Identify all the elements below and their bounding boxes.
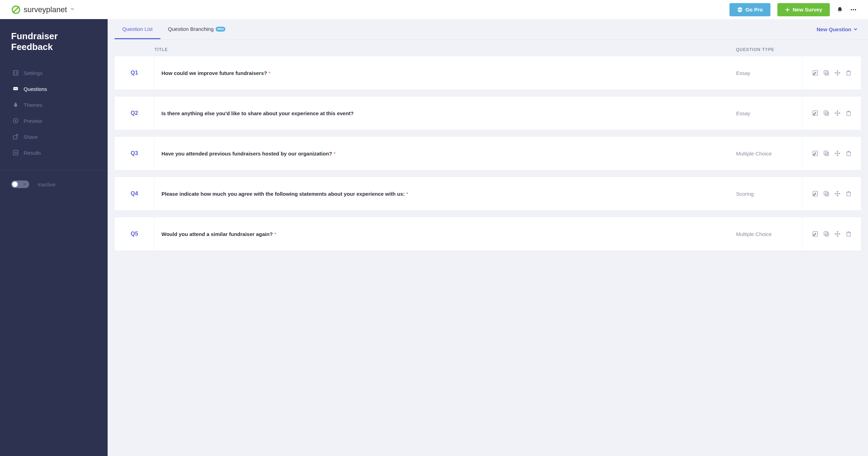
column-title: TITLE bbox=[155, 47, 736, 52]
tab-label: Question List bbox=[122, 26, 153, 32]
question-type: Multiple Choice bbox=[736, 217, 802, 251]
sidebar-nav: Settings Questions Themes Preview Share … bbox=[0, 61, 108, 161]
delete-icon[interactable] bbox=[845, 191, 852, 197]
chevron-down-icon bbox=[853, 27, 858, 31]
share-icon bbox=[12, 134, 19, 140]
column-type: QUESTION TYPE bbox=[736, 47, 802, 52]
question-row[interactable]: Q1 How could we improve future fundraise… bbox=[115, 56, 861, 90]
delete-icon[interactable] bbox=[845, 110, 852, 116]
move-icon[interactable] bbox=[834, 231, 841, 237]
question-title: Is there anything else you'd like to sha… bbox=[155, 96, 736, 130]
duplicate-icon[interactable] bbox=[823, 191, 829, 197]
settings-icon bbox=[12, 70, 19, 76]
edit-icon[interactable] bbox=[812, 110, 818, 116]
sidebar-item-label: Results bbox=[24, 150, 41, 156]
duplicate-icon[interactable] bbox=[823, 150, 829, 157]
sidebar-item-themes[interactable]: Themes bbox=[0, 97, 108, 113]
notifications-icon[interactable] bbox=[837, 7, 843, 13]
edit-icon[interactable] bbox=[812, 231, 818, 237]
questions-icon bbox=[12, 86, 19, 92]
sidebar-item-share[interactable]: Share bbox=[0, 129, 108, 145]
question-actions bbox=[802, 217, 861, 251]
question-type: Scoring bbox=[736, 177, 802, 210]
top-bar: surveyplanet™ PRO Go Pro New Survey bbox=[0, 0, 868, 19]
question-number: Q3 bbox=[115, 137, 155, 170]
svg-rect-6 bbox=[13, 70, 18, 75]
new-survey-label: New Survey bbox=[793, 7, 822, 12]
question-number: Q4 bbox=[115, 177, 155, 210]
question-type: Multiple Choice bbox=[736, 137, 802, 170]
list-header: TITLE QUESTION TYPE bbox=[115, 40, 861, 56]
more-menu-icon[interactable] bbox=[850, 6, 857, 13]
question-list: TITLE QUESTION TYPE Q1 How could we impr… bbox=[108, 40, 868, 271]
go-pro-label: Go Pro bbox=[745, 7, 763, 12]
question-row[interactable]: Q3 Have you attended previous fundraiser… bbox=[115, 137, 861, 170]
delete-icon[interactable] bbox=[845, 231, 852, 237]
question-actions bbox=[802, 96, 861, 130]
main-content: Question List Question Branching PRO New… bbox=[108, 19, 868, 456]
required-marker: * bbox=[274, 231, 276, 237]
question-actions bbox=[802, 177, 861, 210]
sidebar-item-label: Settings bbox=[24, 70, 42, 76]
logo-text: surveyplanet bbox=[24, 5, 67, 14]
toggle-x-icon: ✕ bbox=[23, 182, 26, 187]
question-row[interactable]: Q5 Would you attend a similar fundraiser… bbox=[115, 217, 861, 251]
go-pro-button[interactable]: PRO Go Pro bbox=[729, 3, 770, 16]
svg-point-9 bbox=[15, 88, 16, 89]
topbar-actions: PRO Go Pro New Survey bbox=[729, 3, 857, 16]
question-title: Have you attended previous fundraisers h… bbox=[155, 137, 736, 170]
tabs-bar: Question List Question Branching PRO New… bbox=[108, 19, 868, 40]
duplicate-icon[interactable] bbox=[823, 231, 829, 237]
svg-text:PRO: PRO bbox=[737, 9, 743, 11]
sidebar-item-label: Questions bbox=[24, 86, 47, 92]
themes-icon bbox=[12, 102, 19, 108]
move-icon[interactable] bbox=[834, 191, 841, 197]
inactive-label: Inactive bbox=[37, 181, 56, 187]
tab-question-list[interactable]: Question List bbox=[115, 19, 160, 39]
sidebar-item-label: Themes bbox=[24, 102, 42, 108]
sidebar-item-label: Share bbox=[24, 134, 37, 140]
tab-question-branching[interactable]: Question Branching PRO bbox=[160, 19, 233, 39]
delete-icon[interactable] bbox=[845, 150, 852, 157]
sidebar-item-questions[interactable]: Questions bbox=[0, 81, 108, 97]
svg-point-5 bbox=[855, 9, 856, 10]
duplicate-icon[interactable] bbox=[823, 110, 829, 116]
preview-icon bbox=[12, 118, 19, 124]
edit-icon[interactable] bbox=[812, 191, 818, 197]
svg-point-4 bbox=[853, 9, 854, 10]
delete-icon[interactable] bbox=[845, 70, 852, 76]
tab-label: Question Branching bbox=[168, 26, 214, 32]
edit-icon[interactable] bbox=[812, 70, 818, 76]
svg-point-3 bbox=[851, 9, 852, 10]
question-number: Q1 bbox=[115, 56, 155, 90]
logo[interactable]: surveyplanet™ bbox=[11, 5, 74, 15]
new-survey-button[interactable]: New Survey bbox=[777, 3, 830, 16]
active-toggle[interactable]: ✕ bbox=[11, 180, 29, 188]
sidebar-item-results[interactable]: Results bbox=[0, 145, 108, 161]
required-marker: * bbox=[406, 191, 408, 197]
new-question-button[interactable]: New Question bbox=[817, 26, 861, 32]
new-question-label: New Question bbox=[817, 26, 851, 32]
question-row[interactable]: Q2 Is there anything else you'd like to … bbox=[115, 96, 861, 130]
sidebar: Fundraiser Feedback Settings Questions T… bbox=[0, 19, 108, 456]
move-icon[interactable] bbox=[834, 70, 841, 76]
svg-point-8 bbox=[14, 88, 15, 89]
required-marker: * bbox=[268, 70, 270, 76]
toggle-knob bbox=[12, 181, 18, 187]
edit-icon[interactable] bbox=[812, 150, 818, 157]
svg-rect-12 bbox=[13, 136, 17, 139]
question-number: Q2 bbox=[115, 96, 155, 130]
move-icon[interactable] bbox=[834, 150, 841, 157]
question-row[interactable]: Q4 Please indicate how much you agree wi… bbox=[115, 177, 861, 210]
sidebar-item-preview[interactable]: Preview bbox=[0, 113, 108, 129]
question-actions bbox=[802, 56, 861, 90]
question-title: How could we improve future fundraisers?… bbox=[155, 56, 736, 90]
duplicate-icon[interactable] bbox=[823, 70, 829, 76]
sidebar-item-label: Preview bbox=[24, 118, 42, 124]
question-actions bbox=[802, 137, 861, 170]
plus-icon bbox=[785, 7, 790, 12]
question-title: Would you attend a similar fundraiser ag… bbox=[155, 217, 736, 251]
required-marker: * bbox=[334, 151, 336, 157]
move-icon[interactable] bbox=[834, 110, 841, 116]
sidebar-item-settings[interactable]: Settings bbox=[0, 65, 108, 81]
